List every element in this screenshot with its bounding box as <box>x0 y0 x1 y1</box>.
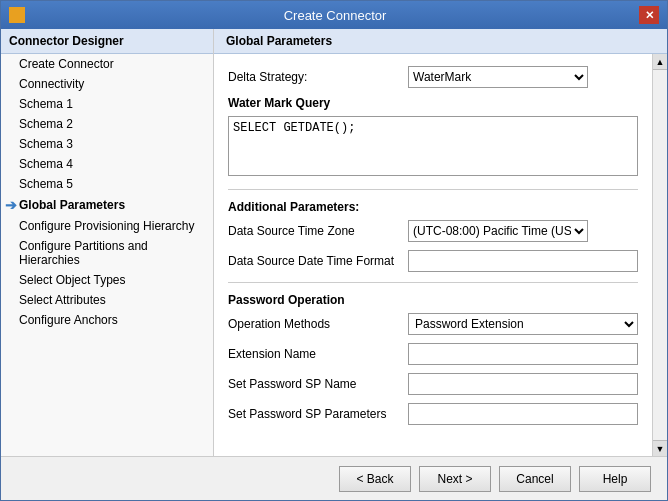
back-button[interactable]: < Back <box>339 466 411 492</box>
footer: < Back Next > Cancel Help <box>1 456 667 500</box>
sidebar-item-select-attributes[interactable]: Select Attributes <box>1 290 213 310</box>
additional-params-label: Additional Parameters: <box>228 200 638 214</box>
extension-name-row: Extension Name <box>228 343 638 365</box>
sidebar-item-configure-partitions[interactable]: Configure Partitions and Hierarchies <box>1 236 213 270</box>
sidebar-item-create-connector[interactable]: Create Connector <box>1 54 213 74</box>
help-button[interactable]: Help <box>579 466 651 492</box>
data-source-tz-select[interactable]: (UTC-08:00) Pacific Time (US & C... <box>408 220 588 242</box>
window-title: Create Connector <box>31 8 639 23</box>
scrollbar-down-button[interactable]: ▼ <box>653 440 667 456</box>
extension-name-label: Extension Name <box>228 347 408 361</box>
data-source-dtformat-label: Data Source Date Time Format <box>228 254 408 268</box>
main-content: Delta Strategy: WaterMark Water Mark Que… <box>214 54 652 456</box>
sidebar-item-configure-anchors[interactable]: Configure Anchors <box>1 310 213 330</box>
content-area: Connector Designer Create Connector Conn… <box>1 29 667 456</box>
password-operation-label: Password Operation <box>228 293 638 307</box>
sidebar-item-schema4[interactable]: Schema 4 <box>1 154 213 174</box>
delta-strategy-label: Delta Strategy: <box>228 70 408 84</box>
close-button[interactable]: ✕ <box>639 6 659 24</box>
set-password-sp-name-label: Set Password SP Name <box>228 377 408 391</box>
set-password-sp-name-row: Set Password SP Name <box>228 373 638 395</box>
current-arrow-icon: ➔ <box>5 197 17 213</box>
data-source-tz-label: Data Source Time Zone <box>228 224 408 238</box>
sidebar-item-schema2[interactable]: Schema 2 <box>1 114 213 134</box>
operation-methods-row: Operation Methods Password Extension <box>228 313 638 335</box>
sidebar-item-schema1[interactable]: Schema 1 <box>1 94 213 114</box>
main-panel: Global Parameters Delta Strategy: WaterM… <box>214 29 667 456</box>
data-source-dtformat-input[interactable]: yyyy-MM-dd HH:mm:ss <box>408 250 638 272</box>
sidebar-item-global-parameters[interactable]: ➔ Global Parameters <box>1 194 213 216</box>
sidebar-item-select-object-types[interactable]: Select Object Types <box>1 270 213 290</box>
set-password-sp-params-input[interactable] <box>408 403 638 425</box>
set-password-sp-params-label: Set Password SP Parameters <box>228 407 408 421</box>
scrollbar-track <box>653 70 667 440</box>
main-panel-header: Global Parameters <box>214 29 667 54</box>
sidebar-item-schema5[interactable]: Schema 5 <box>1 174 213 194</box>
watermark-query-textarea[interactable]: SELECT GETDATE(); <box>228 116 638 176</box>
watermark-query-section: Water Mark Query SELECT GETDATE(); <box>228 96 638 179</box>
sidebar: Connector Designer Create Connector Conn… <box>1 29 214 456</box>
delta-strategy-select[interactable]: WaterMark <box>408 66 588 88</box>
extension-name-input[interactable] <box>408 343 638 365</box>
sidebar-item-schema3[interactable]: Schema 3 <box>1 134 213 154</box>
sidebar-item-connectivity[interactable]: Connectivity <box>1 74 213 94</box>
operation-methods-label: Operation Methods <box>228 317 408 331</box>
sidebar-item-configure-provisioning[interactable]: Configure Provisioning Hierarchy <box>1 216 213 236</box>
scrollbar[interactable]: ▲ ▼ <box>652 54 667 456</box>
divider-2 <box>228 282 638 283</box>
operation-methods-select[interactable]: Password Extension <box>408 313 638 335</box>
data-source-tz-row: Data Source Time Zone (UTC-08:00) Pacifi… <box>228 220 638 242</box>
divider-1 <box>228 189 638 190</box>
main-window: Create Connector ✕ Connector Designer Cr… <box>0 0 668 501</box>
title-bar: Create Connector ✕ <box>1 1 667 29</box>
sidebar-header: Connector Designer <box>1 29 213 54</box>
set-password-sp-params-row: Set Password SP Parameters <box>228 403 638 425</box>
set-password-sp-name-input[interactable] <box>408 373 638 395</box>
watermark-query-label: Water Mark Query <box>228 96 638 110</box>
cancel-button[interactable]: Cancel <box>499 466 571 492</box>
next-button[interactable]: Next > <box>419 466 491 492</box>
scrollbar-up-button[interactable]: ▲ <box>653 54 667 70</box>
data-source-dtformat-row: Data Source Date Time Format yyyy-MM-dd … <box>228 250 638 272</box>
app-icon <box>9 7 25 23</box>
delta-strategy-row: Delta Strategy: WaterMark <box>228 66 638 88</box>
